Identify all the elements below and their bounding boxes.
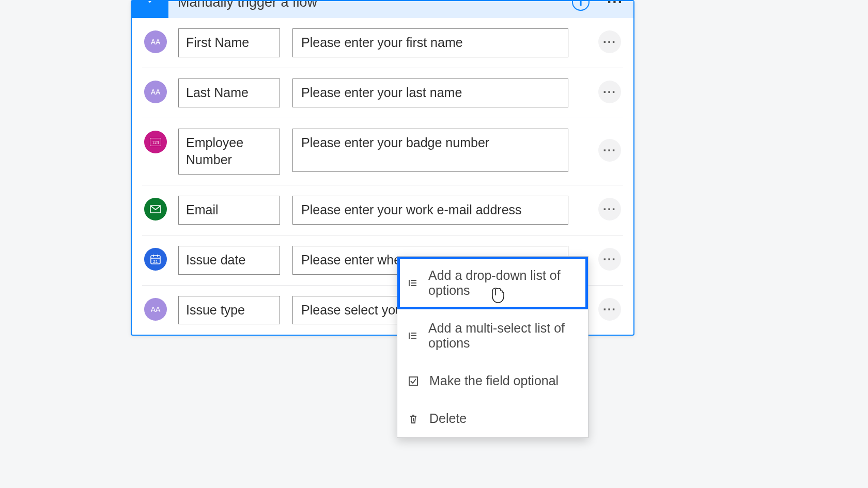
field-context-menu: Add a drop-down list of options Add a mu… xyxy=(397,256,588,438)
text-type-icon: AA xyxy=(144,30,167,53)
field-more-icon[interactable]: ··· xyxy=(598,81,621,103)
field-label-input[interactable]: First Name xyxy=(178,28,280,57)
field-row: 123 Employee Number Please enter your ba… xyxy=(142,118,623,186)
field-label-input[interactable]: Last Name xyxy=(178,78,280,107)
checkbox-icon xyxy=(408,376,419,386)
field-label-input[interactable]: Employee Number xyxy=(178,129,280,175)
list-icon xyxy=(408,278,418,288)
field-row: Email Please enter your work e-mail addr… xyxy=(142,185,623,235)
field-row: AA First Name Please enter your first na… xyxy=(142,18,623,68)
svg-text:123: 123 xyxy=(152,140,159,145)
svg-text:21: 21 xyxy=(153,259,158,263)
menu-delete[interactable]: Delete xyxy=(397,400,588,437)
field-label-input[interactable]: Issue date xyxy=(178,246,280,275)
menu-label: Add a drop-down list of options xyxy=(428,268,578,298)
field-placeholder-input[interactable]: Please enter your first name xyxy=(292,28,568,57)
card-more-icon[interactable]: ··· xyxy=(607,1,623,11)
menu-label: Add a multi-select list of options xyxy=(428,321,578,351)
field-placeholder-input[interactable]: Please enter your badge number xyxy=(292,129,568,172)
field-placeholder-input[interactable]: Please enter your last name xyxy=(292,78,568,107)
trash-icon xyxy=(408,414,419,424)
field-more-icon[interactable]: ··· xyxy=(598,198,621,221)
card-header: Manually trigger a flow i ··· xyxy=(132,1,633,18)
field-more-icon[interactable]: ··· xyxy=(598,139,621,162)
card-title: Manually trigger a flow xyxy=(168,1,572,10)
menu-label: Make the field optional xyxy=(429,373,559,388)
field-row: AA Last Name Please enter your last name… xyxy=(142,68,623,118)
field-label-input[interactable]: Email xyxy=(178,196,280,225)
svg-rect-16 xyxy=(409,377,417,385)
field-more-icon[interactable]: ··· xyxy=(598,248,621,271)
trigger-icon xyxy=(132,1,168,18)
menu-add-dropdown[interactable]: Add a drop-down list of options xyxy=(397,257,588,309)
date-type-icon: 21 xyxy=(144,248,167,271)
field-placeholder-input[interactable]: Please enter your work e-mail address xyxy=(292,196,568,225)
number-type-icon: 123 xyxy=(144,131,167,153)
menu-label: Delete xyxy=(429,411,467,426)
menu-add-multiselect[interactable]: Add a multi-select list of options xyxy=(397,309,588,362)
text-type-icon: AA xyxy=(144,298,167,321)
field-more-icon[interactable]: ··· xyxy=(598,298,621,321)
field-label-input[interactable]: Issue type xyxy=(178,296,280,325)
menu-make-optional[interactable]: Make the field optional xyxy=(397,362,588,400)
text-type-icon: AA xyxy=(144,81,167,103)
info-icon[interactable]: i xyxy=(572,1,590,11)
list-icon xyxy=(408,330,418,341)
email-type-icon xyxy=(144,198,167,221)
field-more-icon[interactable]: ··· xyxy=(598,30,621,53)
